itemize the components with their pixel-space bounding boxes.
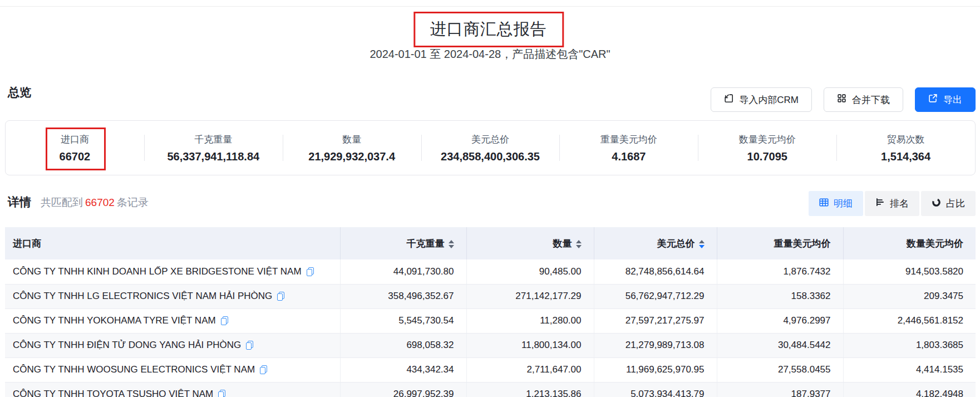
report-subtitle: 2024-01-01 至 2024-04-28，产品描述包含"CAR" bbox=[0, 47, 980, 62]
usd-total-cell: 56,762,947,712.29 bbox=[594, 284, 717, 308]
pie-chart-icon bbox=[932, 198, 941, 210]
merge-grid-icon bbox=[837, 94, 846, 106]
importer-name: CÔNG TY TNHH WOOSUNG ELECTRONICS VIỆT NA… bbox=[13, 364, 255, 375]
column-header-quantity[interactable]: 数量 bbox=[466, 227, 594, 259]
sort-icon-active-desc[interactable] bbox=[699, 240, 705, 248]
usd-per-unit-cell: 4,182.4948 bbox=[843, 382, 976, 397]
column-label: 进口商 bbox=[13, 238, 41, 249]
tab-detail-label: 明细 bbox=[834, 197, 853, 210]
match-count: 66702 bbox=[83, 197, 117, 208]
stat-value: 234,858,400,306.35 bbox=[441, 150, 540, 163]
table-row: CÔNG TY TNHH ĐIỆN TỬ DONG YANG HẢI PHÒNG… bbox=[5, 333, 976, 357]
usd-per-unit-cell: 1,803.3685 bbox=[843, 333, 976, 357]
ranking-bars-icon bbox=[875, 198, 885, 209]
usd-per-unit-cell: 2,446,561.8152 bbox=[843, 308, 976, 333]
importer-name: CÔNG TY TNHH KINH DOANH LỐP XE BRIDGESTO… bbox=[13, 266, 302, 277]
copy-icon[interactable] bbox=[277, 292, 284, 301]
table-grid-icon bbox=[819, 198, 829, 209]
sort-icon[interactable] bbox=[576, 240, 582, 248]
column-header-usd-total[interactable]: 美元总价 bbox=[594, 227, 717, 259]
usd-total-cell: 11,969,625,970.95 bbox=[594, 357, 717, 382]
details-bar: 详情 共匹配到66702条记录 bbox=[8, 194, 149, 210]
table-row: CÔNG TY TNHH WOOSUNG ELECTRONICS VIỆT NA… bbox=[5, 357, 976, 382]
usd-per-kg-cell: 30,484.5442 bbox=[717, 333, 843, 357]
stat-value: 1,514,364 bbox=[881, 150, 930, 163]
match-prefix: 共匹配到 bbox=[41, 197, 83, 208]
details-heading: 详情 bbox=[8, 194, 31, 210]
overview-heading: 总览 bbox=[8, 85, 31, 100]
tab-ranking-label: 排名 bbox=[890, 197, 909, 210]
export-label: 导出 bbox=[943, 94, 962, 106]
copy-icon[interactable] bbox=[221, 316, 228, 325]
export-icon bbox=[928, 94, 938, 106]
column-header-usd-per-unit: 数量美元均价 bbox=[843, 227, 976, 259]
tab-detail[interactable]: 明细 bbox=[809, 191, 863, 216]
stat-importers: 进口商 66702 bbox=[6, 121, 144, 175]
quantity-cell: 1,213,135.86 bbox=[466, 382, 594, 397]
importer-name: CÔNG TY TNHH TOYOTA TSUSHO VIỆT NAM bbox=[13, 389, 213, 397]
copy-icon[interactable] bbox=[218, 390, 225, 397]
stat-usd-total: 美元总价 234,858,400,306.35 bbox=[421, 121, 560, 175]
column-label: 数量美元均价 bbox=[907, 238, 963, 249]
stat-trade-count: 贸易次数 1,514,364 bbox=[836, 121, 975, 175]
import-icon bbox=[724, 94, 733, 106]
usd-per-unit-cell: 914,503.5820 bbox=[843, 259, 976, 284]
table-row: CÔNG TY TNHH TOYOTA TSUSHO VIỆT NAM 26,9… bbox=[5, 382, 976, 397]
quantity-cell: 271,142,177.29 bbox=[466, 284, 594, 308]
annotation-box-title: 进口商汇总报告 bbox=[413, 12, 564, 47]
match-suffix: 条记录 bbox=[117, 197, 149, 208]
kg-weight-cell: 698,058.32 bbox=[340, 333, 466, 357]
column-label: 美元总价 bbox=[657, 238, 695, 249]
import-crm-label: 导入内部CRM bbox=[739, 94, 799, 106]
table-row: CÔNG TY TNHH KINH DOANH LỐP XE BRIDGESTO… bbox=[5, 259, 976, 284]
stat-label: 重量美元均价 bbox=[600, 133, 657, 146]
stat-value: 56,337,941,118.84 bbox=[167, 150, 259, 163]
import-crm-button[interactable]: 导入内部CRM bbox=[711, 87, 812, 112]
stat-label: 美元总价 bbox=[471, 133, 509, 146]
copy-icon[interactable] bbox=[246, 341, 253, 350]
merge-download-label: 合并下载 bbox=[852, 94, 890, 106]
stat-label: 进口商 bbox=[61, 133, 89, 146]
usd-per-kg-cell: 4,976.2997 bbox=[717, 308, 843, 333]
copy-icon[interactable] bbox=[260, 365, 267, 374]
quantity-cell: 90,485.00 bbox=[466, 259, 594, 284]
stat-value: 66702 bbox=[60, 150, 91, 163]
tab-ranking[interactable]: 排名 bbox=[865, 191, 919, 216]
usd-per-kg-cell: 158.3362 bbox=[717, 284, 843, 308]
kg-weight-cell: 5,545,730.54 bbox=[340, 308, 466, 333]
importers-table: 进口商 千克重量 数量 美元总价 重量美元均价 数量美元均价 CÔNG TY T… bbox=[5, 227, 976, 397]
export-button[interactable]: 导出 bbox=[915, 87, 976, 112]
stat-label: 数量美元均价 bbox=[739, 133, 796, 146]
stat-usd-per-kg: 重量美元均价 4.1687 bbox=[559, 121, 698, 175]
usd-total-cell: 5,073,934,413.79 bbox=[594, 382, 717, 397]
column-label: 数量 bbox=[553, 238, 572, 249]
usd-per-kg-cell: 1,876.7432 bbox=[717, 259, 843, 284]
stat-value: 10.7095 bbox=[747, 150, 787, 163]
usd-per-kg-cell: 187.9377 bbox=[717, 382, 843, 397]
table-row: CÔNG TY TNHH LG ELECTRONICS VIỆT NAM HẢI… bbox=[5, 284, 976, 308]
stat-value: 4.1687 bbox=[612, 150, 646, 163]
column-header-kg-weight[interactable]: 千克重量 bbox=[340, 227, 466, 259]
usd-per-kg-cell: 27,558.0455 bbox=[717, 357, 843, 382]
tab-proportion-label: 占比 bbox=[946, 197, 965, 210]
importer-name: CÔNG TY TNHH ĐIỆN TỬ DONG YANG HẢI PHÒNG bbox=[13, 340, 241, 351]
page-title: 进口商汇总报告 bbox=[430, 18, 547, 41]
tab-proportion[interactable]: 占比 bbox=[921, 191, 976, 216]
quantity-cell: 11,280.00 bbox=[466, 308, 594, 333]
copy-icon[interactable] bbox=[307, 267, 314, 276]
action-button-group: 导入内部CRM 合并下载 导出 bbox=[711, 87, 976, 112]
kg-weight-cell: 358,496,352.67 bbox=[340, 284, 466, 308]
importer-name: CÔNG TY TNHH LG ELECTRONICS VIỆT NAM HẢI… bbox=[13, 291, 272, 302]
view-tab-group: 明细 排名 占比 bbox=[809, 191, 976, 216]
table-header-row: 进口商 千克重量 数量 美元总价 重量美元均价 数量美元均价 bbox=[5, 227, 976, 259]
sort-icon[interactable] bbox=[449, 240, 454, 248]
stat-value: 21,929,932,037.4 bbox=[308, 150, 395, 163]
column-header-usd-per-kg: 重量美元均价 bbox=[717, 227, 843, 259]
quantity-cell: 11,800,134.00 bbox=[466, 333, 594, 357]
kg-weight-cell: 44,091,730.80 bbox=[340, 259, 466, 284]
column-label: 重量美元均价 bbox=[774, 238, 831, 249]
usd-total-cell: 21,279,989,713.08 bbox=[594, 333, 717, 357]
column-label: 千克重量 bbox=[407, 238, 445, 249]
match-summary: 共匹配到66702条记录 bbox=[41, 195, 149, 210]
merge-download-button[interactable]: 合并下载 bbox=[824, 87, 903, 112]
